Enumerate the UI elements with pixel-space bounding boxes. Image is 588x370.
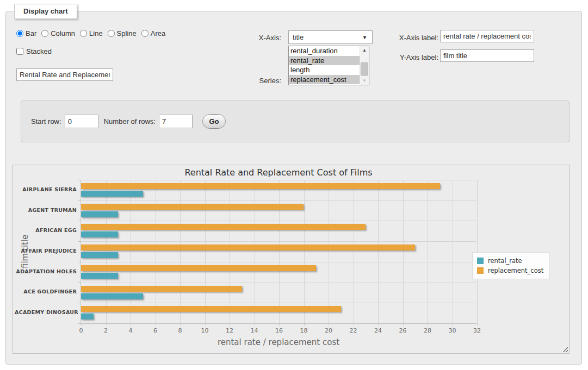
resize-handle-icon[interactable] [561,346,568,352]
x-tick-label: 4 [121,327,140,334]
chart-title: Rental Rate and Replacement Cost of Film… [81,167,476,178]
bar-replacement_cost[interactable] [81,244,415,250]
category-label: AGENT TRUMAN [15,207,77,213]
gridline-vertical [477,180,478,323]
category-label: AIRPLANE SIERRA [15,186,77,192]
gridline-horizontal [81,200,476,201]
radio-bar[interactable] [16,30,23,37]
category-label: AFRICAN EGG [15,227,77,233]
chart-type-bar[interactable]: Bar [16,29,36,37]
y-tick-mark [78,262,81,262]
x-tick-label: 14 [245,327,264,334]
scroll-up-icon[interactable]: ▲ [360,46,369,54]
gridline-vertical [378,180,379,323]
stacked-checkbox[interactable] [16,48,23,55]
category-label: ACE GOLDFINGER [15,289,77,294]
gridline-vertical [156,180,156,323]
legend-item-replacement_cost[interactable]: replacement_cost [477,266,543,275]
chart-title-input[interactable] [16,68,113,81]
series-listbox[interactable]: rental_durationrental_ratelengthreplacem… [288,46,369,85]
chart-type-line[interactable]: Line [80,29,103,37]
bar-replacement_cost[interactable] [81,204,304,210]
x-tick-label: 24 [368,327,388,334]
gridline-vertical [255,180,255,323]
x-tick-label: 16 [269,327,289,334]
gridline-vertical [230,180,230,323]
x-tick-label: 26 [393,327,413,334]
gridline-horizontal [81,241,476,242]
y-tick-mark [78,323,81,324]
bar-replacement_cost[interactable] [81,306,341,312]
legend-label: replacement_cost [488,267,543,274]
series-option-length[interactable]: length [289,65,360,75]
radio-label: Column [51,29,75,37]
row-range-panel: Start row: Number of rows: Go [21,101,570,142]
x-tick-mark [477,323,478,325]
number-of-rows-input[interactable] [159,115,193,128]
gridline-horizontal [81,221,476,221]
gridline-vertical [304,180,305,323]
gridline-vertical [354,180,354,323]
x-tick-label: 32 [467,327,487,334]
x-axis-select-label: X-Axis: [218,34,281,42]
bar-rental_rate[interactable] [81,211,118,217]
x-tick-label: 12 [220,327,239,334]
bar-rental_rate[interactable] [81,231,118,237]
y-axis-label-input[interactable] [440,49,534,62]
bar-replacement_cost[interactable] [81,183,440,189]
bar-replacement_cost[interactable] [81,265,316,271]
display-chart-fieldset: Display chart BarColumnLineSplineArea St… [5,11,582,365]
series-option-replacement_cost[interactable]: replacement_cost [289,75,360,85]
chart-type-spline[interactable]: Spline [108,29,137,37]
gridline-horizontal [81,180,476,180]
scroll-down-icon[interactable]: ▼ [360,77,369,85]
category-label: AFFAIR PREJUDICE [15,248,77,254]
x-axis-selected-value: title [293,33,362,41]
gridline-vertical [453,180,453,323]
gridline-vertical [180,180,181,323]
gridline-vertical [403,180,404,323]
legend-label: rental_rate [488,257,522,265]
bar-replacement_cost[interactable] [81,224,366,230]
stacked-checkbox-row[interactable]: Stacked [16,47,52,55]
gridline-vertical [131,180,131,323]
x-axis-label-input[interactable] [440,30,534,42]
series-options: rental_durationrental_ratelengthreplacem… [289,46,360,85]
bar-rental_rate[interactable] [81,191,143,197]
start-row-input[interactable] [65,115,98,128]
radio-line[interactable] [80,30,87,37]
stacked-label: Stacked [26,47,52,55]
listbox-scrollbar[interactable]: ▲ ▼ [360,46,369,85]
scrollbar-thumb[interactable] [361,62,368,76]
series-option-rental_duration[interactable]: rental_duration [289,46,360,56]
bar-rental_rate[interactable] [81,252,118,258]
radio-label: Area [151,29,165,37]
chart-container: Rental Rate and Replacement Cost of Film… [13,165,570,354]
gridline-horizontal [81,262,476,262]
radio-spline[interactable] [108,30,115,37]
bar-rental_rate[interactable] [81,293,143,299]
y-tick-mark [78,303,81,303]
x-tick-label: 22 [344,327,363,334]
fieldset-legend: Display chart [14,4,77,19]
x-tick-label: 20 [319,327,338,334]
bar-rental_rate[interactable] [81,313,94,319]
bar-replacement_cost[interactable] [81,286,242,292]
gridline-horizontal [81,323,476,324]
x-axis-select[interactable]: title ▼ [288,30,373,44]
go-button[interactable]: Go [202,114,226,129]
bar-rental_rate[interactable] [81,273,118,279]
y-tick-mark [78,241,81,242]
gridline-vertical [205,180,206,323]
chart-type-column[interactable]: Column [41,29,75,37]
series-option-rental_rate[interactable]: rental_rate [289,56,360,66]
x-axis-label-label: X-Axis label: [374,34,438,42]
radio-column[interactable] [41,30,48,37]
radio-label: Spline [117,29,137,37]
gridline-vertical [428,180,428,323]
chart-type-area[interactable]: Area [141,29,165,37]
chart-legend: rental_ratereplacement_cost [472,252,549,279]
legend-item-rental_rate[interactable]: rental_rate [477,256,543,266]
number-of-rows-label: Number of rows: [104,117,156,126]
radio-area[interactable] [141,30,148,37]
